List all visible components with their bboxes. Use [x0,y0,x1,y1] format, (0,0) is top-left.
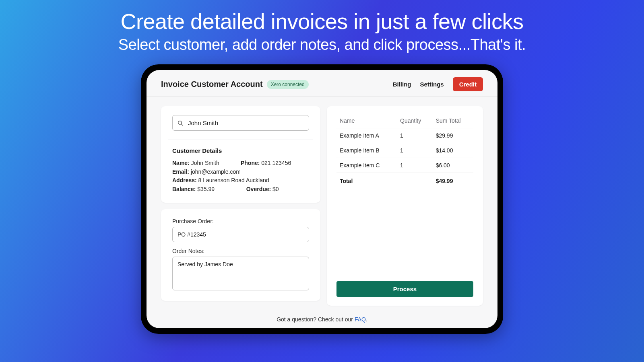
cell-sum: $6.00 [433,158,473,173]
connection-status-badge: Xero connected [267,80,309,89]
cell-name: Example Item B [336,143,397,158]
total-value: $49.99 [433,173,473,189]
cell-qty: 1 [397,143,433,158]
tablet-frame: Invoice Customer Account Xero connected … [141,64,503,334]
faq-link[interactable]: FAQ [355,316,366,323]
label-address: Address: [172,177,197,183]
top-bar: Invoice Customer Account Xero connected … [147,70,497,97]
cell-sum: $14.00 [433,143,473,158]
label-name: Name: [172,160,190,166]
customer-details-heading: Customer Details [172,147,309,154]
table-row: Example Item C 1 $6.00 [336,158,473,173]
label-balance: Balance: [172,186,196,192]
customer-card: Customer Details Name: John Smith Phone:… [161,106,320,203]
label-email: Email: [172,169,189,175]
cell-name: Example Item A [336,128,397,143]
search-icon [177,120,184,126]
cell-sum: $29.99 [433,128,473,143]
value-phone: 021 123456 [261,160,291,166]
footer-suffix: . [366,316,367,323]
table-row: Example Item B 1 $14.00 [336,143,473,158]
po-label: Purchase Order: [172,218,309,224]
total-row: Total $49.99 [336,173,473,189]
value-overdue: $0 [272,186,279,192]
hero-title: Create detailed invoices in just a few c… [0,9,644,34]
value-address: 8 Laurenson Road Auckland [198,177,269,183]
cell-qty: 1 [397,128,433,143]
nav-billing[interactable]: Billing [393,81,411,88]
customer-details: Name: John Smith Phone: 021 123456 Email… [172,159,309,194]
value-name: John Smith [191,160,219,166]
total-label: Total [336,173,397,189]
credit-button[interactable]: Credit [453,77,483,91]
customer-search-input[interactable] [172,115,309,131]
notes-label: Order Notes: [172,248,309,254]
page-title: Invoice Customer Account [161,80,263,89]
purchase-order-input[interactable] [172,227,309,242]
svg-point-0 [178,121,182,124]
value-email: john@example.com [191,169,241,175]
label-phone: Phone: [241,160,260,166]
svg-line-1 [181,124,183,125]
nav-settings[interactable]: Settings [420,81,444,88]
cell-qty: 1 [397,158,433,173]
cell-name: Example Item C [336,158,397,173]
footer-text: Got a question? Check out our [277,316,355,323]
label-overdue: Overdue: [246,186,271,192]
divider [168,140,313,140]
order-form-card: Purchase Order: Order Notes: Served by J… [161,209,320,301]
footer: Got a question? Check out our FAQ. [147,316,497,323]
line-items-card: Name Quantity Sum Total Example Item A 1… [327,106,483,306]
col-sum: Sum Total [433,113,473,128]
line-items-table: Name Quantity Sum Total Example Item A 1… [336,113,473,188]
process-button[interactable]: Process [336,281,473,297]
table-row: Example Item A 1 $29.99 [336,128,473,143]
hero-subtitle: Select customer, add order notes, and cl… [0,36,644,53]
content-area: Customer Details Name: John Smith Phone:… [147,97,497,311]
col-name: Name [336,113,397,128]
order-notes-input[interactable]: Served by James Doe [172,257,309,290]
value-balance: $35.99 [197,186,215,192]
col-qty: Quantity [397,113,433,128]
app-screen: Invoice Customer Account Xero connected … [147,70,497,328]
